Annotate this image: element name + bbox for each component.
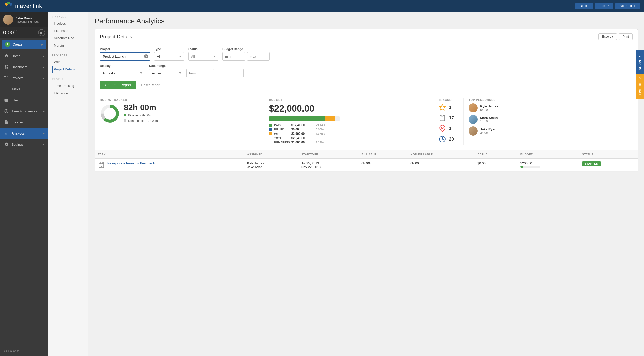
- tracker-block: TRACKER 1: [433, 98, 464, 145]
- home-icon: [4, 53, 9, 59]
- clipboard-icon: [438, 114, 446, 122]
- remaining-amount: $1,600.00: [291, 141, 314, 144]
- stats-section: HOURS TRACKED 82h 00m Billable:: [95, 93, 638, 150]
- tracker-item-clipboard: 17: [438, 114, 458, 122]
- status-badge: STARTED: [582, 161, 601, 166]
- avatar-mark: [469, 115, 478, 124]
- budget-block: BUDGET $22,000.00 PAID $17,410.00 79.14%: [264, 98, 434, 145]
- sidebar-item-settings[interactable]: Settings ▶: [0, 139, 48, 150]
- sidebar-item-tasks[interactable]: Tasks: [0, 83, 48, 95]
- settings-icon: [4, 142, 9, 147]
- date-range-label: Date Range: [149, 64, 244, 68]
- nav-expenses[interactable]: Expenses: [52, 27, 85, 34]
- assigned-person-2: Jake Ryan: [247, 165, 295, 169]
- chevron-right-icon: ▶: [43, 66, 45, 68]
- start-date: Jul 25, 2013: [301, 161, 356, 165]
- chevron-down-icon: ▾: [612, 35, 613, 38]
- billed-pct: 0.00%: [316, 128, 324, 131]
- collapse-button[interactable]: << Collapse: [0, 346, 48, 356]
- budget-cell: $200.00: [517, 159, 579, 172]
- nav-wip[interactable]: WIP: [52, 58, 85, 66]
- timer-play-button[interactable]: ▶: [38, 29, 45, 36]
- sidebar-item-create[interactable]: + Create ▶: [2, 40, 46, 49]
- sign-out-button[interactable]: SIGN OUT: [615, 3, 640, 9]
- wip-dot: [269, 132, 272, 135]
- tasks-icon: [4, 86, 9, 92]
- display-select[interactable]: All Tasks: [100, 69, 145, 77]
- export-button[interactable]: Export ▾: [598, 33, 617, 40]
- display-label: Display: [100, 64, 145, 68]
- finances-section: FINANCES Invoices Expenses Accounts Rec.…: [48, 12, 88, 51]
- tracker-label: TRACKER: [438, 98, 458, 101]
- date-range-filter: Date Range Active: [149, 64, 244, 77]
- hours-donut-row: 82h 00m Billable: 72h 00m Non Billable: …: [100, 103, 259, 124]
- date-from-input[interactable]: [186, 69, 214, 77]
- blog-button[interactable]: BLOG: [575, 3, 593, 9]
- reset-report-button[interactable]: Reset Report: [139, 81, 163, 89]
- status-select[interactable]: All: [188, 52, 218, 61]
- paid-pct: 79.14%: [316, 124, 325, 127]
- budget-range-filter: Budget Range: [222, 47, 270, 61]
- budget-max-input[interactable]: [247, 52, 270, 61]
- project-label: Project: [100, 47, 150, 51]
- date-range-select[interactable]: Active: [149, 69, 184, 77]
- tour-button[interactable]: TOUR: [595, 3, 613, 9]
- clock-icon: [438, 135, 446, 143]
- billable-label: Billable:: [128, 114, 139, 117]
- budget-min-input[interactable]: [222, 52, 245, 61]
- sidebar-item-files[interactable]: Files: [0, 95, 48, 106]
- table-header: TASK ASSIGNED START/DUE BILLABLE NON-BIL…: [95, 150, 638, 159]
- col-task: TASK: [95, 150, 244, 159]
- projects-section: PROJECTS WIP Project Details: [48, 51, 88, 74]
- tracker-item-clock: 20: [438, 135, 458, 143]
- print-button[interactable]: Print: [619, 33, 633, 40]
- remaining-key: REMAINING: [274, 141, 289, 144]
- dashboard-icon: [4, 64, 9, 70]
- sidebar-item-analytics[interactable]: Analytics ▶: [0, 128, 48, 139]
- type-select[interactable]: All: [154, 52, 184, 61]
- live-help-tab[interactable]: LIVE HELP: [636, 74, 644, 99]
- nav-time-tracking[interactable]: Time Tracking: [52, 82, 85, 90]
- account-link[interactable]: Account: [16, 20, 26, 23]
- task-name[interactable]: Incorporate Investor Feedback: [107, 161, 155, 165]
- billed-key: BILLED: [274, 128, 289, 131]
- status-cell: STARTED: [579, 159, 638, 172]
- sidebar-item-invoices[interactable]: Invoices: [0, 117, 48, 128]
- svg-point-0: [5, 3, 8, 6]
- sidebar-item-projects[interactable]: Projects ▶: [0, 72, 48, 83]
- sign-out-link[interactable]: Sign Out: [28, 20, 39, 23]
- nav-accounts-rec[interactable]: Accounts Rec.: [52, 34, 85, 42]
- filters-section: Project ✕ Type All Status All: [95, 43, 638, 93]
- svg-marker-6: [440, 104, 445, 110]
- project-input[interactable]: [100, 52, 150, 61]
- table-row: Incorporate Investor Feedback Kyle James…: [95, 159, 638, 172]
- date-to-input[interactable]: [216, 69, 244, 77]
- star-icon: [438, 103, 446, 111]
- project-clear-button[interactable]: ✕: [144, 54, 148, 58]
- task-table: TASK ASSIGNED START/DUE BILLABLE NON-BIL…: [95, 150, 638, 172]
- tracker-item-pin: 1: [438, 124, 458, 132]
- timer-display: 0:0000: [3, 29, 17, 36]
- support-tab[interactable]: SUPPORT: [636, 50, 644, 74]
- non-billable-dot: [124, 119, 126, 122]
- timer-section: 0:0000 ▶: [0, 27, 48, 38]
- sidebar-item-dashboard[interactable]: Dashboard ▶: [0, 61, 48, 72]
- logo[interactable]: mavenlink: [4, 2, 42, 11]
- nav-invoices[interactable]: Invoices: [52, 20, 85, 27]
- task-cell: Incorporate Investor Feedback: [95, 159, 244, 172]
- sidebar-item-home[interactable]: Home ▶: [0, 50, 48, 61]
- top-navigation: mavenlink BLOG TOUR SIGN OUT: [0, 0, 644, 12]
- hours-info: 82h 00m Billable: 72h 00m Non Billable: …: [124, 103, 158, 124]
- budget-row-paid: PAID $17,410.00 79.14%: [269, 123, 428, 127]
- generate-report-button[interactable]: Generate Report: [100, 81, 136, 89]
- sidebar-item-time-expenses[interactable]: Time & Expenses ▶: [0, 106, 48, 117]
- paid-key: PAID: [274, 124, 289, 127]
- svg-rect-7: [441, 115, 444, 116]
- nav-margin[interactable]: Margin: [52, 42, 85, 49]
- page-title: Performance Analytics: [95, 17, 638, 25]
- nav-utilization[interactable]: Utilization: [52, 90, 85, 97]
- user-section: Jake Ryan Account | Sign Out: [0, 12, 48, 27]
- wip-pct: 13.59%: [316, 132, 325, 135]
- nav-project-details[interactable]: Project Details: [52, 66, 85, 73]
- plus-icon: +: [5, 42, 10, 47]
